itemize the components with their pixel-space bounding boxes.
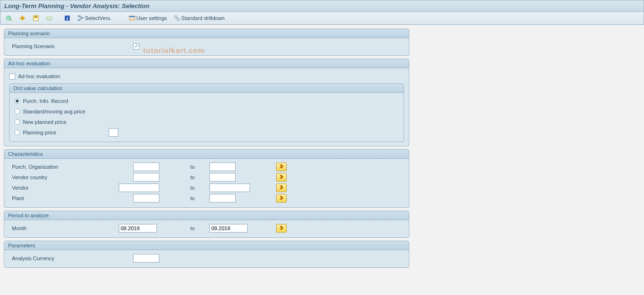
adhoc-evaluation-label: Ad-hoc evaluation <box>18 73 60 79</box>
purch-org-to-input[interactable] <box>209 163 236 171</box>
group-header: Ad-hoc evaluation <box>4 59 409 68</box>
month-multi-button[interactable] <box>276 224 287 233</box>
save-button[interactable] <box>30 13 42 23</box>
arrow-right-icon <box>279 164 284 170</box>
select-version-button[interactable]: SelectVers. <box>75 13 114 23</box>
svg-rect-14 <box>130 19 132 20</box>
standard-drilldown-label: Standard drilldown <box>181 15 225 21</box>
plant-label: Plant <box>9 195 114 201</box>
planning-scenario-label: Planning Scenario <box>9 43 114 49</box>
planning-scenario-checkbox[interactable] <box>133 43 139 50</box>
sub-group-header: Ord.value calculation <box>10 84 404 93</box>
svg-rect-6 <box>47 17 52 18</box>
purch-org-label: Purch. Organization <box>9 164 114 170</box>
user-settings-icon <box>129 15 135 21</box>
display-icon <box>46 15 52 21</box>
info-button[interactable]: i <box>62 13 73 23</box>
vendor-country-to-input[interactable] <box>209 173 236 182</box>
svg-rect-15 <box>133 19 135 20</box>
radio-label: Planning price <box>23 130 109 135</box>
purch-org-multi-button[interactable] <box>276 163 287 171</box>
toolbar: i SelectVers. User settings Standard dri… <box>0 12 644 25</box>
arrow-right-icon <box>279 174 284 180</box>
svg-rect-11 <box>82 17 83 19</box>
month-from-input[interactable] <box>119 224 157 233</box>
select-version-label: SelectVers. <box>85 15 112 21</box>
variant-button[interactable] <box>17 13 28 23</box>
vendor-to-input[interactable] <box>209 183 250 192</box>
radio-label: Purch. Info. Record <box>23 98 68 104</box>
svg-rect-10 <box>78 20 80 21</box>
radio-std-moving-avg[interactable] <box>14 109 20 114</box>
page-title: Long-Term Planning - Vendor Analysis: Se… <box>0 0 644 12</box>
vendor-multi-button[interactable] <box>276 183 287 192</box>
analysis-currency-input[interactable] <box>133 254 159 263</box>
clock-run-icon <box>6 15 12 21</box>
tree-icon <box>77 15 84 21</box>
planning-price-input[interactable] <box>109 128 118 137</box>
svg-text:i: i <box>67 16 68 21</box>
radio-label: New planned price <box>23 119 66 125</box>
user-settings-label: User settings <box>136 15 167 21</box>
to-label: to <box>190 164 209 170</box>
plant-from-input[interactable] <box>133 194 159 203</box>
sub-group-ord-value-calc: Ord.value calculation Purch. Info. Recor… <box>9 83 404 142</box>
vendor-label: Vendor <box>9 185 114 191</box>
group-header: Period to analyze <box>4 211 409 220</box>
standard-drilldown-button[interactable]: Standard drilldown <box>171 13 227 23</box>
group-period: Period to analyze Month to <box>4 211 409 238</box>
svg-rect-4 <box>34 19 37 20</box>
svg-point-1 <box>21 17 23 19</box>
page-body: tutorialkart.com Planning scenario Plann… <box>0 25 644 295</box>
analysis-currency-label: Analysis Currency <box>9 255 114 261</box>
svg-rect-3 <box>34 16 38 18</box>
purch-org-from-input[interactable] <box>133 163 159 171</box>
drilldown-icon <box>174 15 180 21</box>
radio-label: Standard/moving avg.price <box>23 109 85 114</box>
plant-to-input[interactable] <box>209 194 236 203</box>
arrow-right-icon <box>279 185 284 191</box>
group-header: Parameters <box>4 241 409 250</box>
group-planning-scenario: Planning scenario Planning Scenario <box>4 29 409 56</box>
radio-planning-price[interactable] <box>14 130 20 135</box>
arrow-right-icon <box>279 195 284 201</box>
user-settings-button[interactable]: User settings <box>126 13 169 23</box>
svg-rect-13 <box>129 16 135 18</box>
plant-multi-button[interactable] <box>276 194 287 203</box>
group-header: Planning scenario <box>4 29 409 38</box>
to-label: to <box>190 174 209 180</box>
month-to-input[interactable] <box>209 224 248 233</box>
vendor-country-multi-button[interactable] <box>276 173 287 182</box>
vendor-country-from-input[interactable] <box>133 173 159 182</box>
vendor-country-label: Vendor country <box>9 174 114 180</box>
to-label: to <box>190 225 209 231</box>
radio-new-planned-price[interactable] <box>14 119 20 125</box>
vendor-from-input[interactable] <box>119 183 159 192</box>
arrow-right-icon <box>279 225 284 231</box>
to-label: to <box>190 185 209 191</box>
month-label: Month <box>9 225 114 231</box>
execute-button[interactable] <box>3 13 15 23</box>
group-characteristics: Characteristics Purch. Organization to V… <box>4 149 409 208</box>
to-label: to <box>190 195 209 201</box>
variant-icon <box>19 15 26 21</box>
group-adhoc-evaluation: Ad-hoc evaluation Ad-hoc evaluation Ord.… <box>4 59 409 146</box>
adhoc-evaluation-checkbox[interactable] <box>9 73 15 80</box>
group-header: Characteristics <box>4 150 409 159</box>
svg-rect-9 <box>78 16 80 17</box>
radio-purch-info-record[interactable] <box>14 98 20 104</box>
save-icon <box>32 15 39 21</box>
group-parameters: Parameters Analysis Currency <box>4 241 409 268</box>
display-button[interactable] <box>43 13 55 23</box>
info-icon: i <box>64 15 71 21</box>
